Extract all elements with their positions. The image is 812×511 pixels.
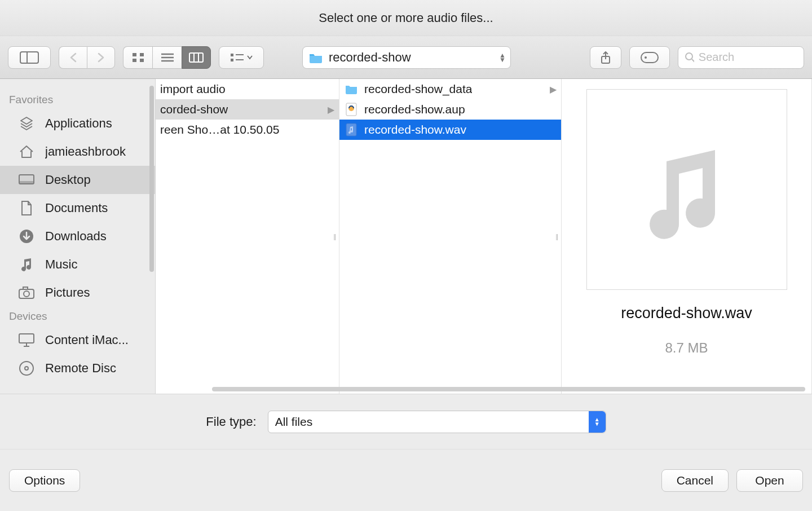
sidebar-item-remote-disc[interactable]: Remote Disc bbox=[0, 354, 155, 382]
file-row-label: import audio bbox=[160, 82, 226, 96]
search-input[interactable] bbox=[699, 51, 797, 64]
column-1[interactable]: import audiocorded-show▶reen Sho…at 10.5… bbox=[156, 79, 339, 394]
svg-point-26 bbox=[24, 291, 29, 297]
sidebar-item-label: jamieashbrook bbox=[45, 144, 126, 159]
sidebar-item-applications[interactable]: Applications bbox=[0, 109, 155, 138]
open-button-label: Open bbox=[755, 474, 784, 487]
svg-rect-4 bbox=[133, 59, 136, 62]
audio-icon bbox=[344, 124, 359, 136]
share-button[interactable] bbox=[590, 46, 621, 69]
back-button[interactable] bbox=[59, 46, 87, 69]
svg-rect-18 bbox=[641, 52, 658, 63]
sidebar: FavoritesApplicationsjamieashbrookDeskto… bbox=[0, 79, 156, 394]
svg-rect-28 bbox=[19, 334, 34, 343]
preview-thumbnail bbox=[586, 89, 787, 290]
column-2[interactable]: recorded-show_data▶recorded-show.aupreco… bbox=[339, 79, 562, 394]
sidebar-icon bbox=[20, 51, 39, 64]
browser-body: FavoritesApplicationsjamieashbrookDeskto… bbox=[0, 79, 812, 394]
dialog-footer: Options Cancel Open bbox=[0, 449, 812, 511]
chevron-left-icon bbox=[69, 52, 77, 63]
forward-button[interactable] bbox=[87, 46, 115, 69]
sidebar-heading: Favorites bbox=[0, 90, 155, 109]
column-browser: import audiocorded-show▶reen Sho…at 10.5… bbox=[156, 79, 812, 394]
filetype-row: File type: All files ▲▼ bbox=[0, 394, 812, 449]
music-note-icon bbox=[630, 133, 743, 246]
file-row-label: recorded-show.wav bbox=[364, 123, 466, 136]
imac-icon bbox=[17, 332, 36, 348]
open-button[interactable]: Open bbox=[736, 469, 803, 492]
sidebar-item-label: Music bbox=[45, 257, 77, 272]
svg-rect-23 bbox=[19, 181, 34, 184]
column-view-button[interactable] bbox=[182, 46, 211, 69]
filetype-select[interactable]: All files ▲▼ bbox=[268, 411, 606, 433]
updown-icon: ▲▼ bbox=[589, 411, 606, 433]
cancel-button-label: Cancel bbox=[677, 474, 713, 487]
horizontal-scrollbar[interactable] bbox=[212, 386, 805, 393]
home-icon bbox=[17, 144, 36, 160]
arrange-button[interactable] bbox=[219, 46, 264, 69]
sidebar-heading: Devices bbox=[0, 307, 155, 326]
file-row[interactable]: recorded-show.aup bbox=[339, 99, 561, 120]
icon-view-button[interactable] bbox=[123, 46, 152, 69]
toggle-sidebar-button[interactable] bbox=[8, 46, 51, 69]
file-row[interactable]: corded-show▶ bbox=[156, 99, 339, 120]
file-row[interactable]: recorded-show_data▶ bbox=[339, 79, 561, 99]
svg-point-31 bbox=[20, 362, 33, 375]
camera-icon bbox=[17, 285, 36, 301]
list-icon bbox=[161, 52, 174, 63]
file-row[interactable]: reen Sho…at 10.50.05 bbox=[156, 120, 339, 140]
window-title: Select one or more audio files... bbox=[0, 0, 812, 36]
column-resize-handle[interactable]: ‖ bbox=[555, 233, 561, 240]
folder-icon bbox=[344, 83, 359, 95]
sidebar-item-music[interactable]: Music bbox=[0, 250, 155, 279]
preview-filesize: 8.7 MB bbox=[665, 340, 708, 356]
columns-icon bbox=[189, 52, 204, 63]
preview-column: recorded-show.wav 8.7 MB bbox=[562, 79, 812, 394]
sidebar-item-jamieashbrook[interactable]: jamieashbrook bbox=[0, 138, 155, 166]
view-group bbox=[123, 46, 211, 69]
chevron-right-icon bbox=[97, 52, 105, 63]
sidebar-item-desktop[interactable]: Desktop bbox=[0, 166, 155, 194]
sidebar-item-label: Pictures bbox=[45, 285, 90, 300]
options-button-label: Options bbox=[24, 474, 65, 487]
chevron-right-icon: ▶ bbox=[328, 104, 334, 115]
nav-group bbox=[59, 46, 115, 69]
sidebar-scrollbar[interactable] bbox=[148, 79, 155, 282]
preview-filename: recorded-show.wav bbox=[621, 305, 752, 322]
file-row-label: recorded-show.aup bbox=[364, 103, 465, 116]
svg-line-21 bbox=[692, 59, 694, 62]
download-icon bbox=[17, 228, 36, 244]
toolbar: recorded-show ▲▼ bbox=[0, 36, 812, 79]
sidebar-item-documents[interactable]: Documents bbox=[0, 194, 155, 222]
search-icon bbox=[685, 52, 694, 63]
sidebar-item-downloads[interactable]: Downloads bbox=[0, 222, 155, 250]
location-dropdown[interactable]: recorded-show ▲▼ bbox=[302, 46, 511, 69]
search-field[interactable] bbox=[678, 46, 804, 69]
svg-rect-35 bbox=[346, 124, 356, 136]
file-row[interactable]: recorded-show.wav bbox=[339, 120, 561, 140]
grid-icon bbox=[132, 52, 144, 63]
cancel-button[interactable]: Cancel bbox=[661, 469, 729, 492]
svg-rect-0 bbox=[20, 52, 38, 63]
chevron-down-icon bbox=[247, 55, 253, 60]
sidebar-item-label: Remote Disc bbox=[45, 361, 116, 376]
sidebar-item-pictures[interactable]: Pictures bbox=[0, 279, 155, 307]
music-icon bbox=[17, 257, 36, 272]
arrange-icon bbox=[230, 53, 245, 62]
options-button[interactable]: Options bbox=[9, 469, 80, 492]
sidebar-item-label: Documents bbox=[45, 201, 108, 215]
audacity-icon bbox=[344, 103, 359, 116]
svg-rect-13 bbox=[231, 59, 233, 61]
svg-rect-2 bbox=[133, 53, 136, 56]
disc-icon bbox=[17, 360, 36, 376]
column-resize-handle[interactable]: ‖ bbox=[333, 233, 338, 240]
svg-rect-3 bbox=[140, 53, 144, 56]
desktop-icon bbox=[17, 172, 36, 188]
tag-icon bbox=[641, 52, 659, 63]
list-view-button[interactable] bbox=[152, 46, 182, 69]
tags-button[interactable] bbox=[629, 46, 670, 69]
file-row[interactable]: import audio bbox=[156, 79, 339, 99]
filetype-value: All files bbox=[275, 415, 313, 429]
chevron-right-icon: ▶ bbox=[550, 84, 557, 95]
sidebar-item-content-imac-[interactable]: Content iMac... bbox=[0, 326, 155, 354]
